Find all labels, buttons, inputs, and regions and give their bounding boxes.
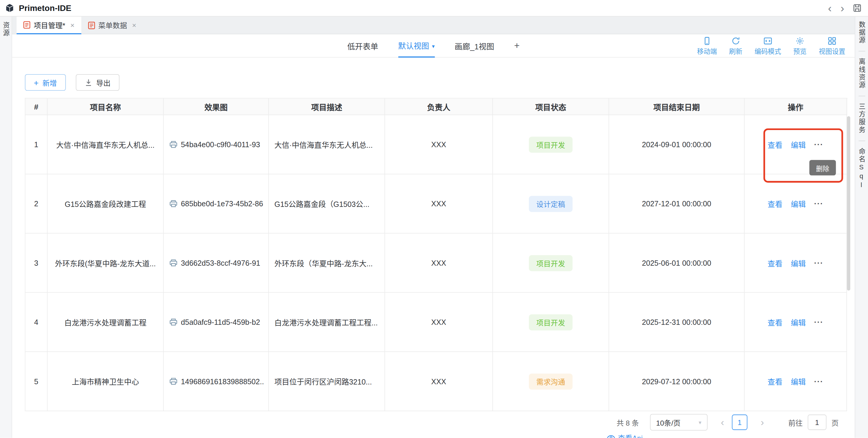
edit-link[interactable]: 编辑 — [791, 376, 806, 386]
effect-image-cell[interactable]: 3d662d53-8ccf-4976-91 — [164, 233, 269, 293]
view-tab-label: 默认视图 — [398, 40, 429, 51]
view-link[interactable]: 查看 — [768, 139, 783, 150]
project-desc-cell: G15公路嘉金段（G1503公... — [269, 174, 385, 233]
table-row: 1大信·中信海直华东无人机总...54ba4e00-c9f0-4011-93大信… — [25, 115, 848, 174]
right-rail-item[interactable]: 命名Sql — [857, 148, 867, 190]
toolbar-view-settings[interactable]: 视图设置 — [819, 37, 845, 56]
editor-tab[interactable]: 菜单数据× — [81, 17, 143, 34]
add-view-button[interactable]: + — [514, 34, 520, 57]
project-desc-cell: 外环东段（华夏中路-龙东大... — [269, 233, 385, 293]
current-page-button[interactable]: 1 — [732, 415, 747, 430]
project-status-cell: 项目开发 — [493, 115, 609, 174]
toolbar-refresh[interactable]: 刷新 — [729, 37, 742, 56]
view-link[interactable]: 查看 — [768, 257, 783, 268]
pagination: 共 8 条 10条/页 ▾ ‹ 1 › 前往 页 — [12, 414, 855, 431]
edit-link[interactable]: 编辑 — [791, 317, 806, 327]
project-status-cell: 项目开发 — [493, 293, 609, 352]
toolbar-label: 预览 — [793, 46, 807, 55]
project-owner-cell: XXX — [385, 233, 493, 293]
content-panel: 低开表单默认视图▾画廊_1视图+ 移动端刷新编码模式预览视图设置 + 新增 导出 — [12, 34, 855, 438]
page-size-select[interactable]: 10条/页 ▾ — [650, 414, 708, 431]
mobile-icon — [703, 37, 711, 46]
add-button[interactable]: + 新增 — [25, 74, 66, 91]
effect-image-cell[interactable]: 1496869161839888502... — [164, 352, 269, 411]
left-rail-resources[interactable]: 资源 — [1, 22, 11, 438]
toolbar-mobile[interactable]: 移动端 — [697, 37, 717, 56]
app-title: Primeton-IDE — [19, 3, 71, 13]
chevron-down-icon: ▾ — [432, 43, 435, 49]
view-link[interactable]: 查看 — [768, 198, 783, 209]
row-index-cell: 3 — [25, 233, 48, 293]
toolbar-code-mode[interactable]: 编码模式 — [754, 37, 781, 56]
view-link[interactable]: 查看 — [768, 317, 783, 327]
right-rail-item[interactable]: 三方服务 — [857, 103, 867, 134]
image-uuid-text: 54ba4e00-c9f0-4011-93 — [181, 140, 260, 149]
project-owner-cell: XXX — [385, 352, 493, 411]
project-table: #项目名称效果图项目描述负责人项目状态项目结束日期操作 1大信·中信海直华东无人… — [25, 98, 847, 411]
view-tab[interactable]: 低开表单 — [347, 34, 378, 57]
more-actions-button[interactable]: ··· — [814, 140, 824, 149]
action-row: + 新增 导出 — [12, 58, 855, 98]
view-tab-label: + — [514, 40, 520, 51]
editor-tab[interactable]: 项目管理*× — [17, 17, 81, 34]
project-name-cell: 外环东段(华夏中路-龙东大道... — [48, 233, 164, 293]
view-row: 低开表单默认视图▾画廊_1视图+ 移动端刷新编码模式预览视图设置 — [12, 34, 855, 58]
end-date-cell: 2024-09-01 00:00:00 — [609, 115, 745, 174]
export-button[interactable]: 导出 — [75, 74, 119, 91]
editor-area: 项目管理*×菜单数据× 低开表单默认视图▾画廊_1视图+ 移动端刷新编码模式预览… — [12, 17, 855, 438]
edit-link[interactable]: 编辑 — [791, 257, 806, 268]
close-icon[interactable]: × — [70, 21, 74, 29]
image-icon — [169, 377, 178, 385]
effect-image-cell[interactable]: d5a0afc9-11d5-459b-b2 — [164, 293, 269, 352]
project-status-cell: 项目开发 — [493, 233, 609, 293]
total-count: 共 8 条 — [617, 417, 639, 428]
row-actions-cell: 查看编辑··· — [745, 233, 847, 293]
save-icon[interactable] — [853, 4, 861, 12]
view-tab[interactable]: 默认视图▾ — [398, 34, 435, 58]
close-icon[interactable]: × — [132, 21, 136, 29]
table-scrollbar[interactable] — [847, 116, 850, 291]
row-actions-cell: 查看编辑··· — [745, 293, 847, 352]
goto-label: 前往 — [788, 417, 803, 428]
app-window: Primeton-IDE ‹ › 资源 项目管理*×菜单数据× 低开表单默认视图… — [0, 0, 868, 438]
forward-icon[interactable]: › — [840, 2, 844, 13]
table-body: 1大信·中信海直华东无人机总...54ba4e00-c9f0-4011-93大信… — [25, 115, 848, 411]
toolbar-label: 视图设置 — [819, 46, 845, 55]
page-unit-label: 页 — [831, 417, 838, 428]
next-page-button[interactable]: › — [761, 417, 764, 427]
prev-page-button[interactable]: ‹ — [721, 417, 724, 427]
divider — [858, 96, 865, 96]
row-actions-cell: 查看编辑··· — [745, 352, 847, 411]
document-icon — [88, 21, 95, 29]
toolbar-label: 移动端 — [697, 46, 717, 55]
project-name-cell: 大信·中信海直华东无人机总... — [48, 115, 164, 174]
right-rail-item[interactable]: 离线资源 — [857, 58, 867, 89]
back-icon[interactable]: ‹ — [828, 2, 831, 13]
view-api-link[interactable]: 查看Api — [618, 432, 643, 438]
status-badge: 项目开发 — [529, 314, 572, 330]
goto-page-input[interactable] — [808, 415, 827, 430]
toolbar-preview[interactable]: 预览 — [793, 37, 807, 56]
view-link[interactable]: 查看 — [768, 376, 783, 386]
toolbar-label: 刷新 — [729, 46, 742, 55]
more-actions-button[interactable]: ··· — [814, 258, 824, 267]
view-tab[interactable]: 画廊_1视图 — [455, 34, 494, 57]
toolbar-label: 编码模式 — [754, 46, 781, 55]
image-icon — [169, 141, 178, 148]
right-rail-item[interactable]: 数据源 — [857, 21, 867, 44]
delete-tooltip[interactable]: 删除 — [809, 160, 836, 175]
project-status-cell: 设计定稿 — [493, 174, 609, 233]
editor-tab-label: 菜单数据 — [98, 20, 127, 30]
edit-link[interactable]: 编辑 — [791, 139, 806, 150]
effect-image-cell[interactable]: 54ba4e00-c9f0-4011-93 — [164, 115, 269, 174]
view-settings-icon — [828, 37, 836, 46]
plus-icon: + — [34, 78, 38, 87]
more-actions-button[interactable]: ··· — [814, 199, 824, 208]
row-index-cell: 4 — [25, 293, 48, 352]
workspace: 资源 项目管理*×菜单数据× 低开表单默认视图▾画廊_1视图+ 移动端刷新编码模… — [0, 17, 868, 438]
image-uuid-text: 3d662d53-8ccf-4976-91 — [181, 259, 260, 267]
edit-link[interactable]: 编辑 — [791, 198, 806, 209]
effect-image-cell[interactable]: 685bbe0d-1e73-45b2-86 — [164, 174, 269, 233]
more-actions-button[interactable]: ··· — [814, 318, 824, 327]
more-actions-button[interactable]: ··· — [814, 377, 824, 386]
